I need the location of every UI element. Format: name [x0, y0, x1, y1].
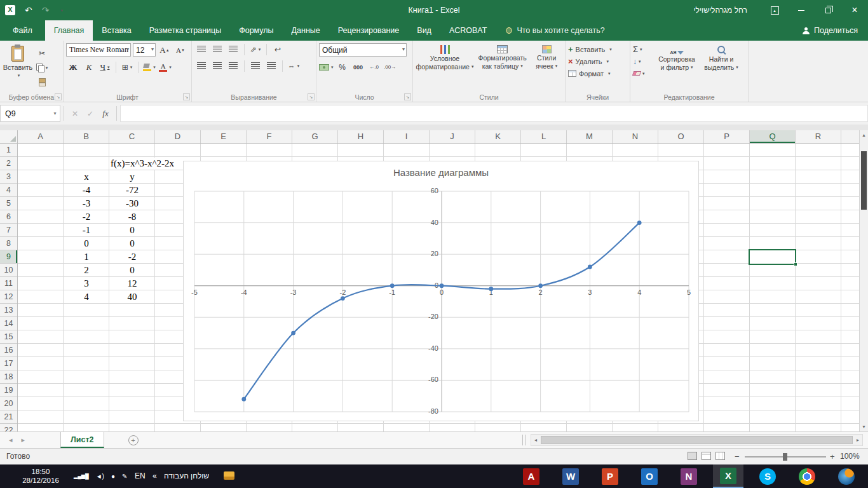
prev-sheet-icon[interactable]: ◂	[9, 436, 13, 444]
column-header-O[interactable]: O	[658, 130, 704, 143]
zoom-level[interactable]: 100%	[840, 449, 860, 464]
cell-C7[interactable]: 0	[109, 224, 155, 237]
taskbar-app-acrobat[interactable]: A	[516, 464, 546, 488]
font-size-combo[interactable]: 12	[133, 43, 156, 57]
tab-scroll-splitter[interactable]	[522, 435, 526, 445]
insert-function-button[interactable]: fx	[98, 102, 113, 125]
cell-C3[interactable]: y	[109, 170, 155, 184]
restore-button[interactable]	[815, 0, 841, 20]
row-header-13[interactable]: 13	[0, 304, 17, 317]
minimize-button[interactable]	[788, 0, 815, 20]
select-all-corner[interactable]	[0, 130, 18, 144]
accounting-format-button[interactable]	[319, 61, 334, 73]
network-signal-icon[interactable]: ▂▄▆█	[74, 473, 89, 479]
ribbon-display-options-button[interactable]: ▴	[761, 0, 788, 20]
tab-Формулы[interactable]: Формулы	[230, 20, 282, 41]
cancel-button[interactable]: ✕	[67, 102, 83, 125]
column-header-K[interactable]: K	[475, 130, 521, 143]
taskbar-app-powerpoint[interactable]: P	[595, 464, 625, 488]
font-dialog-launcher[interactable]: ↘	[183, 93, 190, 100]
format-painter-button[interactable]	[35, 76, 49, 88]
customize-qat-button[interactable]	[58, 0, 63, 21]
column-header-A[interactable]: A	[18, 130, 64, 143]
cell-C5[interactable]: -30	[109, 197, 155, 210]
format-cells-button[interactable]: Формат	[568, 67, 627, 79]
column-header-H[interactable]: H	[338, 130, 384, 143]
cell-C4[interactable]: -72	[109, 184, 155, 197]
delete-cells-button[interactable]: ×Удалить	[568, 55, 627, 67]
align-top-button[interactable]	[194, 43, 208, 55]
decrease-indent-button[interactable]	[248, 60, 262, 72]
page-layout-view-button[interactable]	[702, 452, 711, 460]
decrease-decimal-button[interactable]: .00→	[383, 61, 397, 73]
taskbar-app-browser[interactable]	[831, 464, 862, 488]
taskbar-clock[interactable]: 18:50 28/12/2016	[11, 467, 70, 485]
cell-B12[interactable]: 4	[64, 290, 109, 304]
row-header-11[interactable]: 11	[0, 277, 17, 290]
clear-button[interactable]	[633, 67, 653, 79]
cell-C9[interactable]: -2	[109, 250, 155, 264]
alignment-dialog-launcher[interactable]: ↘	[308, 93, 315, 100]
cell-B9[interactable]: 1	[64, 250, 109, 264]
vertical-scroll-thumb[interactable]	[861, 151, 867, 210]
taskbar-app-outlook[interactable]: O	[634, 464, 665, 488]
align-left-button[interactable]	[194, 60, 208, 72]
tab-Вставка[interactable]: Вставка	[93, 20, 140, 41]
paste-button[interactable]: Вставить	[3, 43, 33, 78]
cell-C2[interactable]: f(x)=x^3-x^2-2x	[109, 158, 176, 170]
name-box-dropdown-icon[interactable]: ▾	[50, 111, 60, 116]
zoom-slider[interactable]	[745, 456, 826, 458]
percent-button[interactable]: %	[336, 61, 349, 73]
orientation-button[interactable]: ⇗	[248, 43, 262, 55]
row-header-14[interactable]: 14	[0, 317, 17, 330]
taskbar-app-onenote[interactable]: N	[674, 464, 704, 488]
column-header-I[interactable]: I	[384, 130, 430, 143]
pinned-shortcut-icon[interactable]	[224, 471, 234, 480]
column-header-Q[interactable]: Q	[750, 130, 796, 143]
row-header-2[interactable]: 2	[0, 157, 17, 170]
taskbar-app-chrome[interactable]	[792, 464, 822, 488]
tab-Рецензирование[interactable]: Рецензирование	[329, 20, 409, 41]
sort-filter-button[interactable]: АЯ Сортировка и фильтр	[653, 43, 700, 71]
align-middle-button[interactable]	[210, 43, 224, 55]
cell-C11[interactable]: 12	[109, 277, 155, 290]
wrap-text-button[interactable]: ↩	[271, 43, 285, 55]
page-break-view-button[interactable]	[715, 452, 725, 460]
volume-icon[interactable]: ◄)	[96, 473, 104, 480]
formula-input[interactable]	[120, 105, 868, 122]
fill-handle[interactable]	[794, 262, 797, 266]
cell-C6[interactable]: -8	[109, 210, 155, 224]
share-button[interactable]: Поделиться	[792, 20, 868, 41]
font-name-combo[interactable]: Times New Roman	[66, 43, 131, 57]
row-header-5[interactable]: 5	[0, 197, 17, 210]
autosum-button[interactable]: Σ	[633, 43, 653, 55]
enter-button[interactable]: ✓	[83, 102, 98, 125]
number-dialog-launcher[interactable]: ↘	[404, 93, 411, 100]
zoom-in-button[interactable]: +	[830, 449, 835, 464]
row-header-4[interactable]: 4	[0, 184, 17, 197]
align-right-button[interactable]	[226, 60, 240, 72]
tab-ACROBAT[interactable]: ACROBAT	[440, 20, 496, 41]
redo-button[interactable]: ↷	[42, 0, 50, 20]
conditional-formatting-button[interactable]: Условное форматирование	[416, 43, 474, 71]
vertical-scrollbar[interactable]: ▲ ▼	[859, 130, 868, 431]
column-header-P[interactable]: P	[704, 130, 750, 143]
row-header-18[interactable]: 18	[0, 370, 17, 384]
selected-cell-Q9[interactable]	[749, 249, 796, 265]
font-color-button[interactable]: А	[158, 61, 172, 73]
scroll-right-icon[interactable]: ▸	[853, 435, 862, 445]
cell-B3[interactable]: x	[64, 170, 109, 184]
cell-styles-button[interactable]: Стили ячеек	[531, 43, 562, 70]
tab-Разметка страницы[interactable]: Разметка страницы	[140, 20, 230, 41]
cell-B4[interactable]: -4	[64, 184, 109, 197]
chart-object[interactable]: Название диаграммы -5-4-3-2-101234560402…	[183, 161, 699, 421]
italic-button[interactable]: К	[82, 61, 96, 73]
cell-B10[interactable]: 2	[64, 264, 109, 277]
cell-B5[interactable]: -3	[64, 197, 109, 210]
row-header-6[interactable]: 6	[0, 210, 17, 224]
column-header-F[interactable]: F	[247, 130, 292, 143]
row-header-19[interactable]: 19	[0, 384, 17, 397]
horizontal-scroll-thumb[interactable]	[541, 436, 853, 444]
sheet-tab-list2[interactable]: Лист2	[60, 432, 104, 448]
tab-Вид[interactable]: Вид	[408, 20, 440, 41]
